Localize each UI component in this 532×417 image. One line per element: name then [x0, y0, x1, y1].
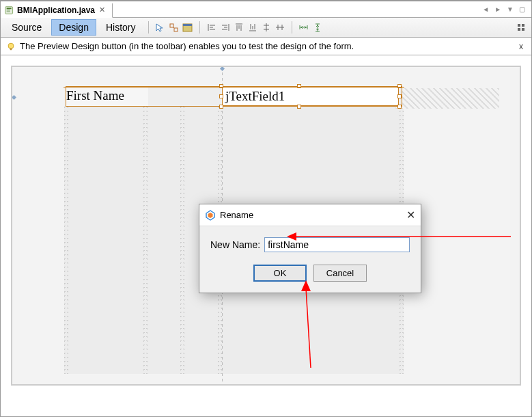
svg-rect-12: [522, 28, 524, 31]
svg-rect-11: [518, 28, 520, 31]
separator: [292, 21, 292, 33]
new-name-input[interactable]: [264, 237, 410, 252]
svg-line-6: [173, 27, 174, 28]
scroll-left-icon[interactable]: ◄: [480, 5, 491, 13]
dialog-title-text: Rename: [220, 210, 253, 220]
separator: [199, 21, 200, 33]
tab-dropdown-icon[interactable]: ▼: [505, 5, 516, 13]
file-tab-bar: BMIApplication.java ✕ ◄ ► ▼ ▢: [1, 1, 531, 18]
cancel-button[interactable]: Cancel: [313, 265, 367, 282]
form-canvas[interactable]: First Name jTextField1 Rename ✕: [11, 66, 521, 386]
netbeans-icon: [205, 210, 216, 221]
design-area: First Name jTextField1 Rename ✕: [1, 55, 531, 396]
tab-design[interactable]: Design: [51, 19, 96, 36]
svg-rect-9: [518, 24, 520, 27]
svg-marker-16: [208, 213, 213, 218]
file-tab-bmiapplication[interactable]: BMIApplication.java ✕: [1, 3, 113, 18]
info-bar: The Preview Design button (in the toolba…: [1, 38, 531, 55]
tab-source[interactable]: Source: [5, 20, 48, 35]
resize-h-icon[interactable]: [298, 21, 310, 33]
svg-rect-14: [10, 48, 12, 50]
dialog-titlebar[interactable]: Rename ✕: [199, 204, 421, 226]
align-right-icon[interactable]: [219, 21, 232, 33]
svg-rect-3: [7, 11, 10, 12]
center-v-icon[interactable]: [274, 21, 286, 33]
form-row-selected[interactable]: First Name jTextField1: [66, 86, 402, 107]
svg-rect-10: [522, 24, 524, 27]
svg-rect-1: [7, 8, 12, 9]
preview-design-icon[interactable]: [182, 21, 194, 33]
rename-dialog: Rename ✕ New Name: OK Cancel: [199, 204, 421, 293]
toolbar-options-icon[interactable]: [515, 21, 527, 33]
info-message: The Preview Design button (in the toolba…: [20, 41, 354, 51]
close-tab-icon[interactable]: ✕: [98, 5, 107, 14]
separator: [148, 21, 149, 33]
svg-rect-8: [183, 24, 192, 26]
align-left-icon[interactable]: [206, 21, 218, 33]
center-h-icon[interactable]: [260, 21, 272, 33]
svg-rect-4: [170, 24, 173, 27]
connection-mode-icon[interactable]: [168, 21, 180, 33]
info-close-icon[interactable]: x: [516, 42, 526, 51]
ok-button[interactable]: OK: [253, 265, 307, 282]
svg-point-13: [8, 43, 14, 49]
svg-rect-5: [174, 28, 178, 31]
svg-rect-2: [7, 10, 10, 10]
align-bottom-icon[interactable]: [247, 21, 259, 33]
lightbulb-icon: [6, 42, 16, 51]
textfield-selected[interactable]: jTextField1: [222, 87, 399, 106]
label-first-name[interactable]: First Name: [66, 87, 148, 106]
scroll-right-icon[interactable]: ►: [492, 5, 503, 13]
tab-history[interactable]: History: [99, 20, 143, 35]
new-name-label: New Name:: [210, 239, 260, 250]
file-tab-name: BMIApplication.java: [17, 5, 95, 15]
dialog-close-icon[interactable]: ✕: [406, 209, 415, 221]
align-top-icon[interactable]: [233, 21, 245, 33]
selection-mode-icon[interactable]: [154, 21, 167, 33]
editor-toolbar: Source Design History: [1, 18, 531, 38]
maximize-icon[interactable]: ▢: [517, 5, 527, 13]
resize-v-icon[interactable]: [311, 21, 324, 33]
java-file-icon: [5, 5, 14, 15]
